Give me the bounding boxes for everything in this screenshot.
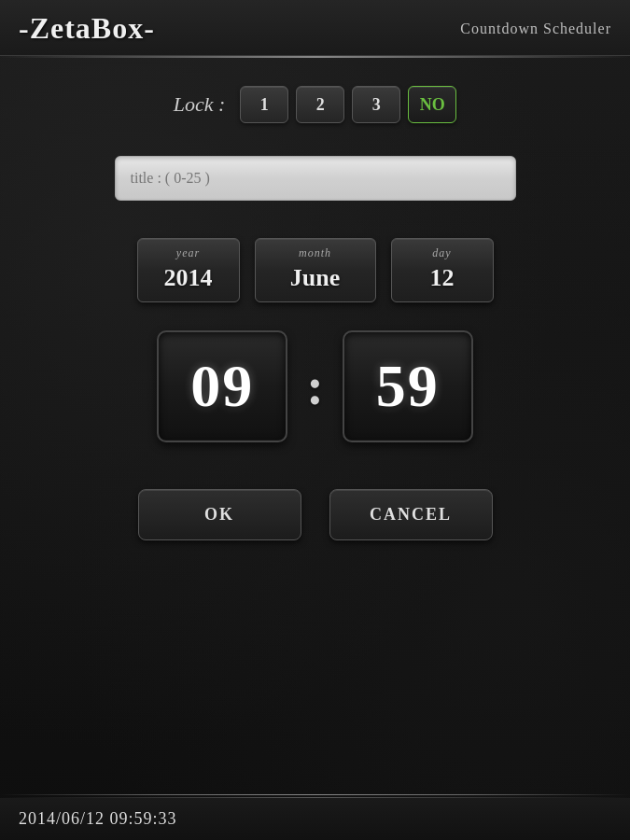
action-row: OK CANCEL — [138, 489, 493, 540]
lock-btn-no[interactable]: NO — [408, 86, 456, 123]
day-value: 12 — [430, 264, 455, 292]
main-content: Lock : 1 2 3 NO year 2014 month June day — [0, 58, 630, 794]
month-value: June — [290, 264, 340, 292]
day-picker[interactable]: day 12 — [391, 238, 494, 302]
lock-label: Lock : — [174, 92, 226, 117]
app-header: -ZetaBox- Countdown Scheduler — [0, 0, 630, 56]
day-label: day — [432, 246, 451, 260]
month-label: month — [299, 246, 331, 260]
hours-value: 09 — [190, 352, 254, 421]
lock-btn-3[interactable]: 3 — [352, 86, 400, 123]
minutes-value: 59 — [376, 352, 440, 421]
date-row: year 2014 month June day 12 — [137, 238, 494, 302]
year-picker[interactable]: year 2014 — [137, 238, 240, 302]
bottom-divider-top — [0, 794, 630, 795]
hours-display[interactable]: 09 — [157, 330, 287, 442]
title-input[interactable] — [115, 156, 516, 201]
time-colon: : — [306, 357, 324, 416]
title-input-wrapper — [115, 156, 516, 201]
year-label: year — [176, 246, 200, 260]
month-picker[interactable]: month June — [255, 238, 376, 302]
lock-btn-2[interactable]: 2 — [296, 86, 344, 123]
minutes-display[interactable]: 59 — [343, 330, 473, 442]
app-subtitle: Countdown Scheduler — [460, 21, 611, 37]
status-bar: 2014/06/12 09:59:33 — [0, 798, 630, 840]
lock-row: Lock : 1 2 3 NO — [47, 86, 583, 123]
app-title: -ZetaBox- — [19, 11, 155, 46]
year-value: 2014 — [164, 264, 213, 292]
status-datetime: 2014/06/12 09:59:33 — [19, 809, 177, 828]
lock-buttons: 1 2 3 NO — [240, 86, 456, 123]
bottom-section: 2014/06/12 09:59:33 — [0, 794, 630, 840]
cancel-button[interactable]: CANCEL — [329, 489, 493, 540]
time-row: 09 : 59 — [157, 330, 473, 442]
ok-button[interactable]: OK — [138, 489, 301, 540]
lock-btn-1[interactable]: 1 — [240, 86, 288, 123]
